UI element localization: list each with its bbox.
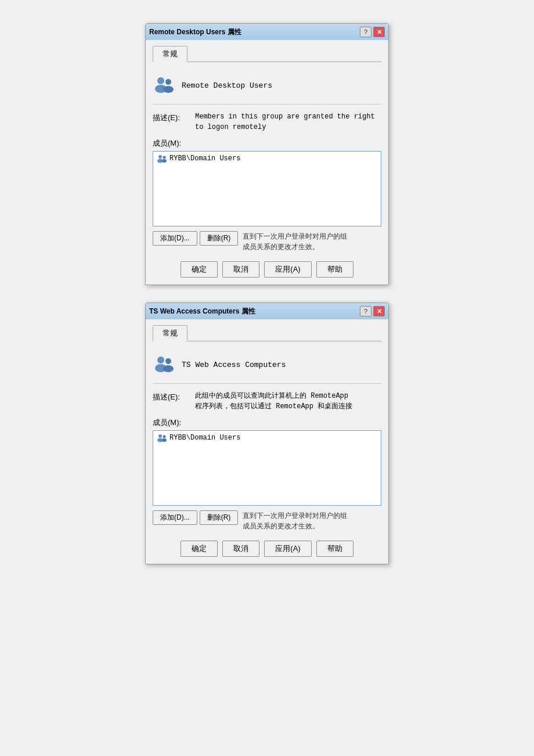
member-icon-1	[157, 154, 167, 163]
tab-bar-2: 常规	[153, 325, 381, 341]
dialog-title-1: Remote Desktop Users 属性	[149, 27, 360, 37]
group-name-2: TS Web Access Computers	[182, 361, 286, 369]
dialog-title-2: TS Web Access Computers 属性	[149, 307, 360, 316]
members-label-2: 成员(M):	[153, 417, 381, 428]
add-button-2[interactable]: 添加(D)...	[153, 510, 197, 525]
title-bar-2: TS Web Access Computers 属性 ? ✕	[146, 303, 388, 319]
description-label-1: 描述(E):	[153, 111, 190, 132]
svg-point-6	[163, 156, 166, 159]
action-buttons-1: 添加(D)... 删除(R)	[153, 231, 238, 246]
help-icon-btn-2[interactable]: ?	[360, 306, 371, 316]
member-item-1: RYBB\Domain Users	[154, 153, 380, 164]
title-bar-1: Remote Desktop Users 属性 ? ✕	[146, 24, 388, 40]
svg-point-15	[162, 438, 167, 442]
close-btn-1[interactable]: ✕	[373, 27, 385, 37]
close-btn-2[interactable]: ✕	[373, 306, 385, 316]
dialog-ts-web-access: TS Web Access Computers 属性 ? ✕ 常规 TS Web…	[145, 303, 389, 564]
description-row-1: 描述(E): Members in this group are granted…	[153, 111, 381, 132]
dialog-body-1: 常规 Remote Desktop Users 描述(E): Members i…	[146, 40, 388, 285]
svg-point-0	[157, 77, 164, 84]
tab-general-2[interactable]: 常规	[153, 325, 187, 341]
note-text-1: 直到下一次用户登录时对用户的组成员关系的更改才生效。	[243, 231, 381, 252]
action-buttons-2: 添加(D)... 删除(R)	[153, 510, 238, 525]
member-item-2: RYBB\Domain Users	[154, 432, 380, 444]
svg-point-4	[158, 155, 162, 159]
members-list-2: RYBB\Domain Users	[153, 430, 381, 506]
ok-button-1[interactable]: 确定	[181, 261, 218, 278]
description-value-2: 此组中的成员可以查询此计算机上的 RemoteApp程序列表，包括可以通过 Re…	[195, 391, 381, 412]
title-bar-controls-2: ? ✕	[360, 306, 385, 316]
dialog-remote-desktop-users: Remote Desktop Users 属性 ? ✕ 常规 Remote De…	[145, 23, 389, 285]
dialog-body-2: 常规 TS Web Access Computers 描述(E): 此组中的成员…	[146, 319, 388, 564]
description-row-2: 描述(E): 此组中的成员可以查询此计算机上的 RemoteApp程序列表，包括…	[153, 391, 381, 412]
group-header-2: TS Web Access Computers	[153, 348, 381, 384]
footer-buttons-1: 确定 取消 应用(A) 帮助	[153, 259, 381, 278]
bottom-row-1: 添加(D)... 删除(R) 直到下一次用户登录时对用户的组成员关系的更改才生效…	[153, 231, 381, 252]
tab-bar-1: 常规	[153, 46, 381, 62]
members-list-1: RYBB\Domain Users	[153, 151, 381, 226]
ok-button-2[interactable]: 确定	[181, 541, 218, 557]
tab-general-1[interactable]: 常规	[153, 46, 187, 62]
title-bar-controls-1: ? ✕	[360, 27, 385, 37]
cancel-button-2[interactable]: 取消	[222, 541, 259, 557]
remove-button-1[interactable]: 删除(R)	[200, 231, 239, 246]
svg-point-2	[165, 79, 171, 85]
member-name-1: RYBB\Domain Users	[169, 154, 240, 163]
note-text-2: 直到下一次用户登录时对用户的组成员关系的更改才生效。	[243, 510, 381, 531]
group-name-1: Remote Desktop Users	[182, 81, 272, 90]
svg-point-8	[157, 357, 164, 363]
svg-point-3	[163, 86, 174, 93]
group-header-1: Remote Desktop Users	[153, 69, 381, 105]
remove-button-2[interactable]: 删除(R)	[200, 510, 239, 525]
cancel-button-1[interactable]: 取消	[222, 261, 259, 278]
svg-point-14	[163, 435, 166, 438]
member-name-2: RYBB\Domain Users	[169, 434, 240, 442]
group-icon-2	[153, 353, 176, 376]
svg-point-12	[158, 434, 162, 438]
members-label-1: 成员(M):	[153, 138, 381, 149]
help-icon-btn-1[interactable]: ?	[360, 27, 371, 37]
member-icon-2	[157, 433, 167, 442]
group-icon-1	[153, 74, 176, 97]
description-label-2: 描述(E):	[153, 391, 190, 412]
apply-button-2[interactable]: 应用(A)	[264, 541, 311, 557]
help-button-2[interactable]: 帮助	[316, 541, 353, 557]
description-value-1: Members in this group are granted the ri…	[195, 111, 381, 132]
footer-buttons-2: 确定 取消 应用(A) 帮助	[153, 538, 381, 557]
svg-point-10	[165, 358, 171, 364]
apply-button-1[interactable]: 应用(A)	[264, 261, 311, 278]
svg-point-11	[163, 365, 174, 372]
bottom-row-2: 添加(D)... 删除(R) 直到下一次用户登录时对用户的组成员关系的更改才生效…	[153, 510, 381, 531]
add-button-1[interactable]: 添加(D)...	[153, 231, 197, 246]
svg-point-7	[162, 159, 167, 163]
help-button-1[interactable]: 帮助	[316, 261, 353, 278]
